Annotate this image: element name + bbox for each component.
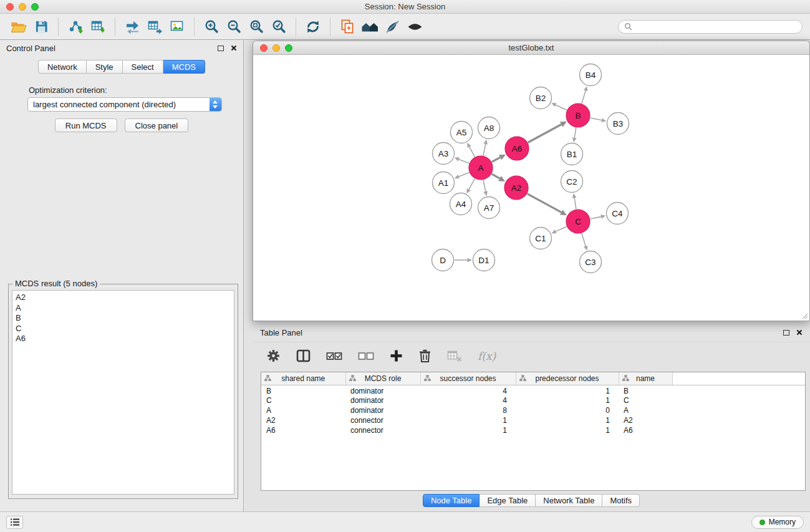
import-network-button[interactable] (64, 16, 87, 37)
mcds-result-item[interactable]: C (16, 324, 231, 334)
export-image-button[interactable] (166, 16, 188, 37)
graph-edge-B-B3[interactable] (591, 118, 607, 122)
graph-node-A4[interactable]: A4 (450, 193, 472, 215)
graph-node-C4[interactable]: C4 (607, 203, 629, 225)
graph-edge-A-A5[interactable] (467, 143, 475, 157)
minimize-window-button[interactable] (19, 3, 26, 11)
zoom-out-button[interactable] (223, 16, 245, 37)
graph-edge-C-C1[interactable] (551, 226, 566, 233)
graph-edge-C-C2[interactable] (572, 193, 577, 209)
column-header-name[interactable]: name (619, 372, 672, 385)
graph-node-A1[interactable]: A1 (433, 172, 455, 194)
table-cell[interactable]: B (619, 385, 672, 395)
table-cell[interactable]: 4 (420, 395, 516, 405)
export-table-button[interactable] (143, 16, 166, 37)
homes-button[interactable] (359, 16, 381, 37)
graph-node-A8[interactable]: A8 (478, 117, 500, 139)
save-session-button[interactable] (30, 16, 52, 37)
optimization-criterion-select[interactable]: largest connected component (directed) (27, 97, 222, 112)
graph-edge-C-C4[interactable] (591, 215, 606, 219)
graph-edge-A6-B[interactable] (528, 122, 567, 143)
deselect-all-button[interactable] (358, 351, 374, 361)
show-columns-button[interactable] (296, 349, 311, 362)
graph-node-A2[interactable]: A2 (504, 176, 528, 200)
zoom-network-window-button[interactable] (285, 44, 292, 52)
graph-node-C3[interactable]: C3 (580, 251, 602, 273)
column-header-mcds-role[interactable]: MCDS role (345, 372, 420, 385)
table-cell[interactable]: A (261, 405, 345, 415)
table-cell[interactable]: connector (345, 425, 420, 435)
graph-node-B3[interactable]: B3 (607, 113, 629, 135)
import-table-button[interactable] (87, 16, 109, 37)
function-builder-button[interactable]: f(x) (478, 350, 496, 362)
column-header-predecessor-nodes[interactable]: predecessor nodes (516, 372, 619, 385)
mcds-result-item[interactable]: B (16, 313, 231, 324)
graph-node-B1[interactable]: B1 (561, 143, 583, 165)
graph-node-C2[interactable]: C2 (561, 171, 583, 193)
column-header-successor-nodes[interactable]: successor nodes (420, 372, 516, 385)
table-cell[interactable]: 4 (420, 385, 516, 395)
graph-node-A5[interactable]: A5 (451, 122, 473, 143)
column-header-shared-name[interactable]: shared name (261, 372, 345, 385)
graph-edge-D-D1[interactable] (455, 258, 473, 263)
graph-node-A[interactable]: A (469, 156, 493, 180)
graph-edge-B-B2[interactable] (551, 103, 567, 110)
close-table-panel-icon[interactable] (796, 329, 803, 336)
table-cell[interactable]: 1 (516, 385, 619, 395)
node-table-row[interactable]: A2connector11A2 (261, 415, 805, 425)
network-graph[interactable]: B4B2BB3A5A8A6A3B1AC2A1A2A4A7C4CC1DD1C3 (253, 55, 809, 320)
tab-network[interactable]: Network (38, 60, 87, 74)
mcds-result-item[interactable]: A (16, 303, 231, 314)
graphics-details-button[interactable] (381, 16, 403, 37)
graph-edge-A-A6[interactable] (492, 155, 506, 162)
tab-select[interactable]: Select (123, 60, 163, 74)
table-settings-button[interactable] (266, 349, 281, 363)
float-table-panel-icon[interactable] (783, 330, 789, 336)
close-network-window-button[interactable] (260, 44, 268, 52)
graph-node-A7[interactable]: A7 (478, 197, 500, 219)
graph-edge-A-A7[interactable] (483, 180, 488, 196)
graph-node-C[interactable]: C (566, 210, 590, 233)
table-cell[interactable]: A6 (619, 425, 672, 435)
close-panel-icon[interactable] (231, 45, 237, 51)
graph-node-A3[interactable]: A3 (433, 143, 455, 165)
node-table-row[interactable]: A6connector11A6 (261, 425, 805, 435)
pages-button[interactable] (336, 16, 359, 37)
delete-column-button[interactable] (418, 349, 432, 363)
graph-edge-A-A4[interactable] (466, 179, 475, 194)
task-history-button[interactable] (6, 516, 23, 529)
table-cell[interactable]: 1 (516, 415, 619, 425)
table-cell[interactable]: C (619, 395, 672, 405)
graph-node-B[interactable]: B (566, 104, 590, 127)
graph-edge-B-B1[interactable] (572, 128, 577, 142)
mcds-result-item[interactable]: A2 (16, 293, 231, 303)
node-table-row[interactable]: Bdominator41B (261, 385, 805, 395)
mcds-result-item[interactable]: A6 (16, 334, 231, 344)
tab-motifs[interactable]: Motifs (602, 494, 640, 507)
network-canvas[interactable]: B4B2BB3A5A8A6A3B1AC2A1A2A4A7C4CC1DD1C3 (253, 55, 810, 321)
graph-edge-A-A2[interactable] (491, 174, 505, 181)
resize-handle-icon[interactable] (801, 312, 808, 319)
zoom-fit-button[interactable] (245, 16, 268, 37)
select-all-button[interactable] (326, 351, 342, 361)
minimize-network-window-button[interactable] (272, 44, 280, 52)
table-cell[interactable]: A2 (261, 415, 345, 425)
graph-edge-B-B4[interactable] (582, 86, 588, 104)
show-hide-button[interactable] (403, 16, 426, 37)
table-cell[interactable]: 0 (516, 405, 619, 415)
delete-table-button[interactable] (447, 350, 462, 362)
graph-node-D[interactable]: D (432, 249, 454, 271)
table-cell[interactable]: 1 (420, 425, 516, 435)
memory-button[interactable]: Memory (751, 516, 804, 529)
float-panel-icon[interactable] (218, 46, 224, 51)
table-cell[interactable]: 1 (516, 395, 619, 405)
table-cell[interactable]: dominator (345, 395, 420, 405)
node-table-container[interactable]: shared nameMCDS rolesuccessor nodesprede… (261, 372, 806, 491)
graph-edge-A-A1[interactable] (455, 172, 470, 178)
table-cell[interactable]: 1 (420, 415, 516, 425)
mcds-result-list[interactable]: A2ABCA6 (12, 290, 234, 495)
tab-style[interactable]: Style (87, 60, 123, 74)
table-cell[interactable]: dominator (345, 385, 420, 395)
graph-node-A6[interactable]: A6 (505, 137, 529, 160)
export-network-button[interactable] (121, 16, 143, 37)
